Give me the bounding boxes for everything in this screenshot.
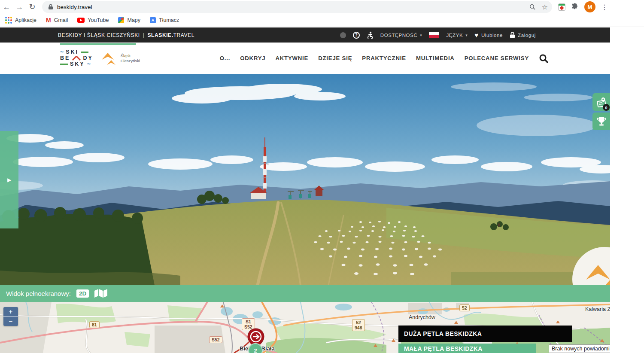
- chrome-actions: M ⋮: [558, 1, 608, 12]
- accessibility-menu[interactable]: DOSTĘPNOŚĆ ▾: [380, 33, 422, 38]
- menu-item-multimedia[interactable]: MULTIMEDIA: [416, 55, 455, 61]
- bookmark-gmail[interactable]: M Gmail: [46, 17, 68, 24]
- main-navbar: ~SKI BE DY SKY~ Śląsk Cieszyński: [0, 43, 610, 74]
- bookmark-label: Gmail: [54, 17, 68, 23]
- zoom-in-button[interactable]: +: [3, 307, 18, 316]
- bookmark-youtube[interactable]: YouTube: [77, 17, 109, 23]
- profile-avatar[interactable]: M: [584, 1, 595, 12]
- bookmark-label: Tłumacz: [159, 17, 179, 23]
- slask-cieszynski-logo: Śląsk Cieszyński: [100, 51, 140, 66]
- language-menu[interactable]: JĘZYK ▾: [446, 33, 468, 38]
- road-shield-81: 81: [89, 321, 100, 328]
- url-text[interactable]: beskidy.travel: [57, 4, 529, 10]
- login-link[interactable]: Zaloguj: [510, 32, 536, 38]
- extension-icon[interactable]: [558, 3, 565, 11]
- city-label-kalwaria: Kalwaria Ze: [585, 306, 610, 312]
- orange-triangle-watermark-icon: [584, 261, 610, 285]
- partner-name-line1: Śląsk: [121, 53, 140, 58]
- site-brand[interactable]: BESKIDY I ŚLĄSK CIESZYŃSKI | SLASKIE.TRA…: [58, 32, 194, 38]
- mode-2d-button[interactable]: 2D: [76, 289, 89, 298]
- bookmark-translate[interactable]: A Tłumacz: [150, 17, 179, 23]
- poland-flag-icon[interactable]: [429, 32, 439, 38]
- brand-slaskie: SLASKIE.: [148, 32, 173, 38]
- brand-travel: TRAVEL: [173, 32, 194, 38]
- map-zoom-control: + −: [3, 307, 18, 326]
- road-shield-52-948: 52 948: [352, 319, 365, 331]
- hero-image: [0, 74, 610, 285]
- favorites-label: Ulubione: [481, 33, 503, 38]
- favorites-link[interactable]: ♥ Ulubione: [474, 31, 503, 39]
- gmail-icon: M: [46, 17, 51, 24]
- route-duza-petla[interactable]: DUŻA PĘTLA BESKIDZKA: [398, 326, 572, 342]
- menu-item-aktywnie[interactable]: AKTYWNIE: [275, 55, 308, 61]
- forward-icon[interactable]: →: [13, 3, 26, 12]
- chevron-down-icon: ▾: [465, 33, 468, 37]
- wave-icon: ~: [60, 49, 64, 55]
- contrast-icon[interactable]: [340, 32, 346, 38]
- padlock-icon: [510, 32, 515, 38]
- dash-icon: [81, 52, 88, 53]
- chrome-menu-icon[interactable]: ⋮: [601, 3, 608, 11]
- play-arrow-icon: ▶: [7, 177, 11, 183]
- fullscreen-bar: Widok pełnoekranowy: 2D: [0, 285, 610, 302]
- menu-item-praktycznie[interactable]: PRAKTYCZNIE: [362, 55, 406, 61]
- login-label: Zaloguj: [518, 33, 536, 38]
- shield-line: S1: [244, 319, 252, 324]
- zoom-icon[interactable]: [529, 4, 536, 10]
- trip-planner-button[interactable]: 0: [592, 93, 610, 111]
- hero-action-buttons: 0: [592, 93, 610, 130]
- orange-triangles-icon: [100, 51, 117, 66]
- partner-name-line2: Cieszyński: [121, 58, 140, 64]
- zoom-out-button[interactable]: −: [3, 316, 18, 326]
- menu-item-dzieje-sie[interactable]: DZIEJE SIĘ: [318, 55, 352, 61]
- trophy-icon: [596, 116, 607, 127]
- address-bar[interactable]: beskidy.travel ☆: [42, 1, 552, 13]
- bookmark-star-icon[interactable]: ☆: [542, 3, 548, 11]
- route-mala-petla[interactable]: MAŁA PĘTLA BESKIDZKA: [398, 344, 536, 353]
- help-icon[interactable]: ?: [353, 32, 360, 39]
- bookmarks-bar: Aplikacje M Gmail YouTube Mapy A Tłumacz: [0, 14, 644, 27]
- accessibility-icon[interactable]: [367, 31, 374, 39]
- bookmark-label: YouTube: [88, 17, 109, 23]
- hero-side-panel-toggle[interactable]: ▶: [0, 131, 18, 228]
- site-logo[interactable]: ~SKI BE DY SKY~ Śląsk Cieszyński: [60, 49, 140, 67]
- dash-icon: [60, 64, 68, 65]
- menu-item-odkryj[interactable]: ODKRYJ: [240, 55, 265, 61]
- accessibility-label: DOSTĘPNOŚĆ: [380, 33, 418, 38]
- brand-region: BESKIDY I ŚLĄSK CIESZYŃSKI: [58, 32, 140, 38]
- apps-grid-icon: [5, 17, 12, 24]
- back-icon[interactable]: ←: [0, 3, 13, 12]
- search-icon[interactable]: [539, 54, 548, 63]
- shield-line: 948: [355, 325, 362, 330]
- maps-icon: [118, 17, 124, 23]
- chevron-down-icon: ▾: [420, 33, 422, 37]
- logo-text-ski: SKI: [66, 49, 79, 55]
- menu-item-polecane-serwisy[interactable]: POLECANE SERWISY: [465, 55, 529, 61]
- bookmark-apps[interactable]: Aplikacje: [5, 17, 36, 24]
- main-menu: O... ODKRYJ AKTYWNIE DZIEJE SIĘ PRAKTYCZ…: [220, 54, 548, 63]
- youtube-icon: [77, 18, 85, 23]
- menu-item-o[interactable]: O...: [220, 55, 230, 61]
- road-shield-s52: S52: [209, 336, 222, 343]
- notification-tooltip: Brak nowych powiadomi: [549, 344, 610, 353]
- mountain-caret-icon: [72, 56, 81, 61]
- logo-text-be: BE: [60, 55, 70, 61]
- wave-icon: ~: [87, 61, 91, 67]
- extensions-puzzle-icon[interactable]: [571, 3, 579, 11]
- folded-map-icon[interactable]: [94, 289, 107, 298]
- lock-icon: [48, 4, 53, 10]
- brand-separator: |: [143, 32, 145, 38]
- webpage: BESKIDY I ŚLĄSK CIESZYŃSKI | SLASKIE.TRA…: [0, 27, 610, 353]
- achievements-button[interactable]: [592, 113, 610, 130]
- site-topbar: BESKIDY I ŚLĄSK CIESZYŃSKI | SLASKIE.TRA…: [0, 27, 610, 43]
- bookmark-label: Aplikacje: [15, 17, 36, 23]
- topbar-utilities: ? DOSTĘPNOŚĆ ▾ JĘZYK ▾ ♥ Ulubione: [340, 31, 536, 39]
- reload-icon[interactable]: ↻: [26, 2, 39, 12]
- bookmark-maps[interactable]: Mapy: [118, 17, 140, 23]
- logo-underline: [60, 43, 136, 45]
- hero-section: ▶ 0: [0, 74, 610, 285]
- road-shield-52: 52: [459, 304, 470, 311]
- browser-toolbar: ← → ↻ beskidy.travel ☆ M ⋮: [0, 0, 644, 14]
- heart-icon: ♥: [474, 31, 479, 39]
- planner-count-badge: 0: [603, 104, 610, 111]
